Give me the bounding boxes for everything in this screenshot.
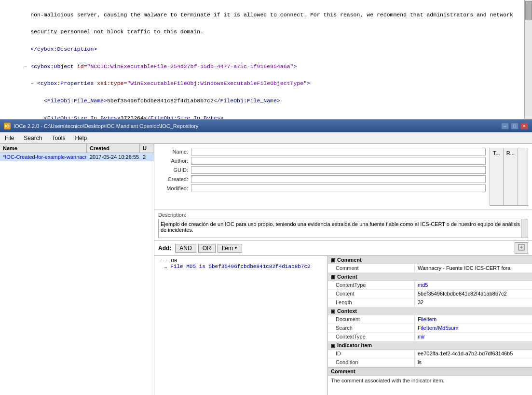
right-panel: Name: Author: GUID: Created: Modified: <box>154 144 532 395</box>
prop-key-document: Document <box>328 315 415 324</box>
prop-key-length: Length <box>328 298 415 307</box>
comment-footer-text: The comment associated with the indicato… <box>328 376 532 385</box>
ioc-details: Name: Author: GUID: Created: Modified: <box>154 144 532 210</box>
comment-section-header[interactable]: ▣ Comment <box>328 256 532 264</box>
guid-field-row: GUID: <box>158 166 486 174</box>
guid-input[interactable] <box>191 166 486 174</box>
prop-row-condition: Condition is <box>328 358 532 367</box>
prop-val-contenttype: md5 <box>415 281 532 289</box>
list-header: Name Created U <box>0 144 154 153</box>
prop-val-search: FileItem/Md5sum <box>415 324 532 332</box>
item-label: Item <box>222 245 233 252</box>
or-button[interactable]: OR <box>198 244 216 253</box>
expand-icon <box>518 244 525 251</box>
list-row[interactable]: *IOC-Created-for-example-wannacry* 2017-… <box>0 153 154 161</box>
description-content: Ejemplo de creación de un IOC para uso p… <box>161 221 520 233</box>
prop-row-contexttype: ContextType mir <box>328 333 532 341</box>
prop-section-comment: ▣ Comment Comment Wannacry - Fuente IOC … <box>328 256 532 273</box>
menu-tools[interactable]: Tools <box>47 134 70 142</box>
prop-key-comment: Comment <box>328 264 415 272</box>
close-button[interactable]: ✕ <box>520 123 528 129</box>
menu-help[interactable]: Help <box>70 134 92 142</box>
created-input[interactable] <box>191 175 486 183</box>
name-input[interactable] <box>191 148 486 155</box>
titlebar-left: IO IOCe 2.2.0 - C:\Users\tecnico\Desktop… <box>4 123 198 129</box>
xml-viewer: non-malicious server, causing the malwar… <box>0 0 532 120</box>
menu-file[interactable]: File <box>0 134 19 142</box>
prop-val-condition: is <box>415 358 532 367</box>
prop-val-id: ee702ffa-1ef2-4c1d-a7b2-bd7df63146b5 <box>415 350 532 358</box>
context-section-label: Context <box>337 308 357 314</box>
prop-val-comment: Wannacry - Fuente IOC ICS-CERT fora <box>415 264 532 272</box>
dropdown-arrow-icon: ▼ <box>234 246 238 250</box>
titlebar-title: IOCe 2.2.0 - C:\Users\tecnico\Desktop\IO… <box>14 123 198 129</box>
modified-input[interactable] <box>191 184 486 192</box>
add-label: Add: <box>158 245 171 252</box>
prop-val-content: 5bef35496fcbdbe841c82f4d1ab8b7c2 <box>415 290 532 298</box>
menubar: File Search Tools Help <box>0 132 532 144</box>
comment-section-label: Comment <box>337 257 362 263</box>
tab-t[interactable]: T... <box>490 148 504 205</box>
item-dropdown-button[interactable]: Item ▼ <box>218 244 242 253</box>
prop-val-document: FileItem <box>415 315 532 324</box>
header-u: U <box>140 144 153 153</box>
description-text: Ejemplo de creación de un IOC para uso p… <box>158 219 528 238</box>
xml-line-5: – <cybox:Properties xsi:type="WinExecuta… <box>17 80 310 86</box>
and-button[interactable]: AND <box>175 244 196 253</box>
created-label: Created: <box>158 176 191 182</box>
app-icon: IO <box>4 123 11 129</box>
content-collapse-icon: ▣ <box>331 274 335 280</box>
name-label: Name: <box>158 149 191 155</box>
maximize-button[interactable]: □ <box>511 123 518 129</box>
menu-search[interactable]: Search <box>19 134 47 142</box>
indicator-section-label: Indicator Item <box>337 342 372 348</box>
xml-scrollbar[interactable] <box>524 0 532 119</box>
header-created: Created <box>87 144 140 153</box>
prop-row-search: Search FileItem/Md5sum <box>328 324 532 333</box>
comment-footer: Comment The comment associated with the … <box>328 367 532 385</box>
indicator-section-header[interactable]: ▣ Indicator Item <box>328 341 532 350</box>
properties-panel: ▣ Comment Comment Wannacry - Fuente IOC … <box>328 256 532 395</box>
description-label: Description: <box>158 212 528 218</box>
author-field-row: Author: <box>158 157 486 165</box>
context-collapse-icon: ▣ <box>331 309 335 314</box>
collapse-icon: – <box>158 258 162 264</box>
main-content: Name Created U *IOC-Created-for-example-… <box>0 144 532 395</box>
prop-val-contexttype: mir <box>415 333 532 341</box>
minimize-button[interactable]: – <box>501 123 509 129</box>
titlebar-controls[interactable]: – □ ✕ <box>501 123 528 129</box>
content-section-header[interactable]: ▣ Content <box>328 273 532 281</box>
or-label: – OR <box>164 258 177 264</box>
prop-key-id: ID <box>328 350 415 358</box>
xml-line-1: non-malicious server, causing the malwar… <box>17 12 513 18</box>
content-section-label: Content <box>337 274 357 280</box>
add-toolbar: Add: AND OR Item ▼ <box>154 240 532 256</box>
name-field-row: Name: <box>158 148 486 155</box>
xml-line-7: <FileObj:Size_In_Bytes>3723264</FileObj:… <box>17 115 224 120</box>
context-section-header[interactable]: ▣ Context <box>328 307 532 315</box>
xml-scrollbar-thumb[interactable] <box>525 1 532 20</box>
prop-row-comment: Comment Wannacry - Fuente IOC ICS-CERT f… <box>328 264 532 273</box>
expand-collapse-button[interactable] <box>515 242 528 254</box>
description-section: Description: Ejemplo de creación de un I… <box>154 210 532 240</box>
tree-file-item[interactable]: … File MD5 is 5bef35496fcbdbe841c82f4d1a… <box>164 264 326 269</box>
modified-field-row: Modified: <box>158 184 486 192</box>
created-field-row: Created: <box>158 175 486 183</box>
xml-line-4: – <cybox:Object id="NCCIC:WinExecutableF… <box>17 63 297 70</box>
list-row-u: 2 <box>140 153 153 161</box>
tree-or-node[interactable]: – – OR <box>158 258 326 264</box>
tab-r[interactable]: R... <box>504 148 518 205</box>
xml-line-3: </cybox:Description> <box>17 46 97 52</box>
indicator-collapse-icon: ▣ <box>331 343 335 348</box>
prop-row-contenttype: ContentType md5 <box>328 281 532 290</box>
prop-val-length: 32 <box>415 298 532 307</box>
prop-key-content: Content <box>328 290 415 298</box>
prop-row-content: Content 5bef35496fcbdbe841c82f4d1ab8b7c2 <box>328 290 532 298</box>
left-panel: Name Created U *IOC-Created-for-example-… <box>0 144 154 395</box>
list-row-created: 2017-05-24 10:26:55Z <box>87 153 140 161</box>
bottom-split: – – OR … File MD5 is 5bef35496fcbdbe841c… <box>154 256 532 395</box>
author-input[interactable] <box>191 157 486 165</box>
prop-key-contenttype: ContentType <box>328 281 415 289</box>
prop-row-length: Length 32 <box>328 298 532 307</box>
description-scrollbar[interactable] <box>521 219 528 238</box>
